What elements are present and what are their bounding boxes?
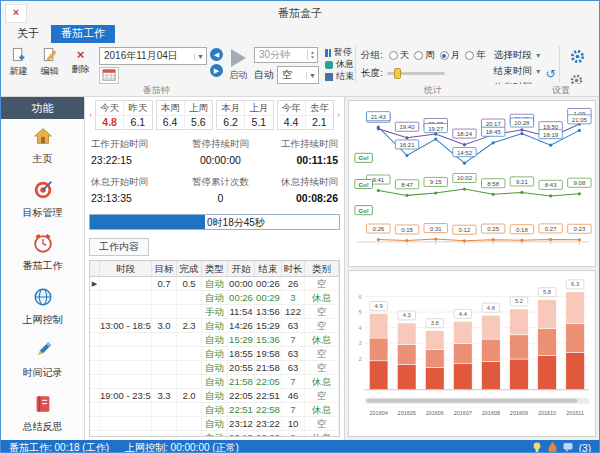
radio-week[interactable]: 周 [409, 49, 435, 62]
reset-icon[interactable]: ↺ [546, 68, 556, 80]
table-row[interactable]: ▶0.70.5自动00:0000:2626空 [90, 277, 339, 291]
scroll-right-icon[interactable]: › [337, 100, 340, 130]
flame-icon[interactable] [548, 442, 557, 453]
work-content-field[interactable]: 工作内容 [89, 238, 149, 256]
play-icon[interactable] [231, 49, 246, 67]
radio-year[interactable]: 年 [460, 49, 486, 62]
table-row[interactable]: 19:00 - 23:593.32.0自动22:0522:5146空 [90, 389, 339, 403]
col-goal[interactable]: 目标 [152, 261, 177, 276]
table-cell-dur: 46 [282, 389, 305, 402]
table-cell-cat: 休息 [305, 375, 339, 388]
col-type[interactable]: 类型 [202, 261, 228, 276]
table-cell-type: 自动 [202, 347, 228, 360]
prev-day-icon[interactable]: ◀ [210, 48, 223, 61]
work-duration-label: 工作持续时间 [260, 138, 338, 151]
table-row[interactable]: 自动18:5519:5863空 [90, 347, 339, 361]
col-start[interactable]: 开始 [228, 261, 255, 276]
duration-spinner[interactable]: 30分钟 ▲▼ [254, 47, 318, 63]
finish-button[interactable]: 结束 [325, 71, 354, 82]
svg-text:9:15: 9:15 [430, 178, 442, 185]
col-category[interactable]: 类别 [305, 261, 339, 276]
radio-day[interactable]: 天 [384, 49, 410, 62]
new-button[interactable]: 新建 [3, 44, 34, 84]
sidebar-item-internet-control[interactable]: 上网控制 [1, 280, 84, 334]
table-row[interactable]: 自动20:5521:5863空 [90, 361, 339, 375]
pause-button[interactable]: 暂停 [325, 47, 354, 58]
col-done[interactable]: 完成 [177, 261, 202, 276]
radio-month[interactable]: 月 [435, 49, 461, 62]
col-end[interactable]: 结束 [255, 261, 282, 276]
radio-selected-icon [440, 51, 449, 60]
svg-text:4.8: 4.8 [487, 305, 496, 311]
table-cell-type: 自动 [202, 431, 228, 437]
table-cell-end: 15:29 [255, 319, 282, 332]
bulb-icon[interactable] [532, 442, 542, 453]
table-row[interactable]: 自动23:1323:238休息 [90, 431, 339, 437]
edit-button[interactable]: 编辑 [34, 44, 65, 84]
gear-icon[interactable] [569, 48, 586, 69]
table-row[interactable]: 自动22:5122:587休息 [90, 403, 339, 417]
table-cell-cat: 休息 [305, 291, 339, 304]
table-cell-goal [152, 431, 177, 437]
col-period[interactable]: 时段 [100, 261, 152, 276]
table-cell-cat: 空 [305, 319, 339, 332]
table-cell-done [177, 417, 202, 430]
sidebar-item-tomato-work[interactable]: 番茄工作 [1, 226, 84, 280]
date-value: 2016年11月04日 [104, 49, 178, 63]
date-picker[interactable]: 2016年11月04日 ▼ [99, 47, 207, 65]
table-row[interactable]: 自动00:2600:293休息 [90, 291, 339, 305]
table-row[interactable]: 自动15:2915:367休息 [90, 333, 339, 347]
main-area: 功能 主页 目标管理 番茄工作 上网控制 [1, 97, 599, 440]
select-period-dropdown[interactable]: 选择时段▼ [494, 49, 542, 62]
svg-text:0:26: 0:26 [372, 225, 384, 232]
spinner-arrows-icon[interactable]: ▲▼ [307, 50, 315, 60]
table-row[interactable]: 手动11:5413:56122空 [90, 305, 339, 319]
table-cell-period: 13:00 - 18:59 [100, 319, 152, 332]
table-cell-goal [152, 291, 177, 304]
gear-secondary-icon[interactable] [569, 73, 586, 84]
scroll-left-icon[interactable]: ‹ [89, 100, 92, 130]
tab-tomato-work[interactable]: 番茄工作 [51, 24, 115, 43]
close-icon[interactable]: × [5, 4, 27, 23]
table-cell-cat: 空 [305, 389, 339, 402]
calendar-button[interactable] [99, 67, 119, 84]
col-duration[interactable]: 时长 [282, 261, 305, 276]
end-time-dropdown[interactable]: 结束时间▼ [494, 65, 542, 78]
table-row[interactable]: 自动23:1223:2210空 [90, 417, 339, 431]
table-cell-goal [152, 361, 177, 374]
chevron-down-icon: ▼ [194, 53, 204, 60]
table-cell-period [100, 347, 152, 360]
length-slider[interactable] [387, 72, 445, 75]
detail-panel: ‹ 今天昨天 4.86.1 本周上周 6.45.6 本月上月 6.25.1 今年… [85, 97, 345, 440]
table-cell-dur: 122 [282, 305, 305, 318]
next-day-icon[interactable]: ▶ [210, 64, 223, 77]
delete-button[interactable]: × 删除 [65, 44, 96, 84]
task-combo[interactable]: 空 ▼ [277, 66, 319, 84]
svg-text:3.8: 3.8 [431, 320, 440, 326]
table-cell-start: 14:26 [228, 319, 255, 332]
table-cell-cat: 空 [305, 361, 339, 374]
sidebar-item-review[interactable]: 总结反思 [1, 387, 84, 441]
table-cell-sel [90, 361, 100, 374]
table-cell-done [177, 291, 202, 304]
svg-text:19:27: 19:27 [428, 124, 444, 131]
rest-icon [325, 61, 333, 69]
slider-thumb-icon[interactable] [394, 68, 401, 79]
rest-duration-label: 休息持续时间 [260, 176, 338, 189]
table-cell-goal [152, 417, 177, 430]
delete-x-icon: × [77, 47, 85, 62]
table-row[interactable]: 13:00 - 18:593.02.3自动14:2615:2963空 [90, 319, 339, 333]
svg-text:201608: 201608 [482, 410, 500, 416]
progress-text: 0时18分45秒 [207, 216, 265, 230]
table-row[interactable]: 自动21:5822:057休息 [90, 375, 339, 389]
status-badge: (3) [579, 443, 591, 453]
tab-about[interactable]: 关于 [7, 24, 49, 43]
work-table: 时段 目标 完成 类型 开始 结束 时长 类别 ▶0.70.5自动00:0000… [89, 260, 340, 437]
sidebar-item-home[interactable]: 主页 [1, 119, 84, 173]
table-cell-dur: 7 [282, 375, 305, 388]
sidebar-item-time-log[interactable]: 时间记录 [1, 333, 84, 387]
sidebar-item-goals[interactable]: 目标管理 [1, 173, 84, 227]
rest-button[interactable]: 休息 [325, 59, 354, 70]
message-icon[interactable] [563, 442, 573, 453]
table-cell-sel [90, 389, 100, 402]
